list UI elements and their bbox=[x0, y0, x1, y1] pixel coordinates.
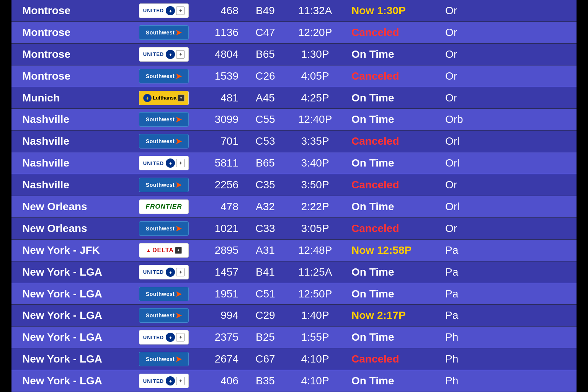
terminal-info: Or bbox=[443, 179, 573, 191]
airline-col: UNITED✦✦ bbox=[133, 47, 194, 62]
destination: Montrose bbox=[15, 26, 133, 39]
table-row: MontroseSouthwest➤1539C264:05PCanceledOr bbox=[11, 65, 577, 87]
table-row: MontroseUNITED✦✦4804B651:30POn TimeOr bbox=[11, 44, 577, 65]
destination: Montrose bbox=[15, 48, 133, 60]
terminal-info: Ph bbox=[443, 331, 573, 343]
svg-text:✦: ✦ bbox=[169, 336, 172, 340]
destination: New York - JFK bbox=[15, 244, 133, 256]
airline-col: Southwest➤ bbox=[133, 112, 194, 127]
airline-col: ▲ DELTA✦ bbox=[133, 243, 194, 258]
airline-col: Southwest➤ bbox=[133, 178, 194, 192]
terminal-info: Or bbox=[443, 222, 573, 235]
airline-badge-southwest: Southwest➤ bbox=[139, 25, 189, 40]
right-border bbox=[577, 0, 588, 392]
departure-time: 1:30P bbox=[286, 48, 344, 60]
gate: C35 bbox=[244, 179, 286, 191]
terminal-info: Pa bbox=[443, 309, 573, 322]
airline-badge-southwest: Southwest➤ bbox=[139, 69, 189, 83]
departure-time: 4:05P bbox=[286, 70, 344, 82]
status: On Time bbox=[344, 288, 443, 300]
gate: A31 bbox=[244, 244, 286, 256]
gate: C55 bbox=[244, 113, 286, 126]
destination: Nashville bbox=[15, 157, 133, 169]
departure-time: 12:40P bbox=[286, 113, 344, 126]
departure-time: 12:50P bbox=[286, 288, 344, 300]
airline-badge-lufthansa: ✈Lufthansa✦ bbox=[139, 91, 189, 105]
departure-time: 3:40P bbox=[286, 157, 344, 169]
gate: B65 bbox=[244, 157, 286, 169]
flight-number: 481 bbox=[194, 92, 244, 104]
airline-col: Southwest➤ bbox=[133, 221, 194, 236]
svg-text:✦: ✦ bbox=[169, 379, 172, 384]
departure-time: 1:55P bbox=[286, 331, 344, 343]
left-border bbox=[0, 0, 11, 392]
flight-number: 468 bbox=[194, 5, 244, 17]
airline-badge-southwest: Southwest➤ bbox=[139, 221, 189, 236]
terminal-info: Or bbox=[443, 5, 573, 17]
departure-time: 1:40P bbox=[286, 309, 344, 322]
terminal-info: Orl bbox=[443, 201, 573, 213]
airline-col: UNITED✦✦ bbox=[133, 265, 194, 279]
terminal-info: Ph bbox=[443, 375, 573, 387]
departure-time: 4:10P bbox=[286, 353, 344, 365]
airline-badge-united: UNITED✦✦ bbox=[139, 374, 189, 388]
airline-col: UNITED✦✦ bbox=[133, 156, 194, 170]
table-row: New York - JFK▲ DELTA✦2895A3112:48PNow 1… bbox=[11, 240, 577, 261]
terminal-info: Orl bbox=[443, 135, 573, 147]
destination: Munich bbox=[15, 92, 133, 104]
table-row: NashvilleUNITED✦✦5811B653:40POn TimeOrl bbox=[11, 152, 577, 174]
airline-col: Southwest➤ bbox=[133, 308, 194, 323]
flight-number: 1021 bbox=[194, 222, 244, 235]
destination: Nashville bbox=[15, 179, 133, 191]
airline-col: ✈Lufthansa✦ bbox=[133, 91, 194, 105]
status: Canceled bbox=[344, 179, 443, 191]
airline-badge-united: UNITED✦✦ bbox=[139, 3, 189, 18]
gate: A45 bbox=[244, 92, 286, 104]
destination: New York - LGA bbox=[15, 375, 133, 387]
status: On Time bbox=[344, 113, 443, 126]
table-row: New York - LGASouthwest➤2674C674:10PCanc… bbox=[11, 348, 577, 370]
airline-badge-frontier: FRONTIER bbox=[139, 199, 189, 214]
flight-number: 1136 bbox=[194, 26, 244, 39]
board-inner: MontroseUNITED✦✦468B4911:32ANow 1:30POrM… bbox=[11, 0, 577, 392]
terminal-info: Orb bbox=[443, 113, 573, 126]
destination: Montrose bbox=[15, 5, 133, 17]
gate: C26 bbox=[244, 70, 286, 82]
terminal-info: Pa bbox=[443, 244, 573, 256]
status: Now 12:58P bbox=[344, 244, 443, 256]
airline-badge-delta: ▲ DELTA✦ bbox=[139, 243, 189, 258]
table-row: New York - LGASouthwest➤1951C5112:50POn … bbox=[11, 283, 577, 305]
status: Canceled bbox=[344, 26, 443, 39]
status: On Time bbox=[344, 201, 443, 213]
status: Canceled bbox=[344, 70, 443, 82]
airline-col: FRONTIER bbox=[133, 199, 194, 214]
table-row: New OrleansFRONTIER478A322:22POn TimeOrl bbox=[11, 196, 577, 218]
departure-time: 3:05P bbox=[286, 222, 344, 235]
airline-badge-united: UNITED✦✦ bbox=[139, 265, 189, 279]
gate: B49 bbox=[244, 5, 286, 17]
airline-badge-southwest: Southwest➤ bbox=[139, 134, 189, 149]
airline-badge-southwest: Southwest➤ bbox=[139, 112, 189, 127]
flight-number: 2674 bbox=[194, 353, 244, 365]
status: Canceled bbox=[344, 353, 443, 365]
status: On Time bbox=[344, 92, 443, 104]
departure-time: 11:32A bbox=[286, 5, 344, 17]
svg-text:✦: ✦ bbox=[169, 162, 172, 166]
gate: B25 bbox=[244, 331, 286, 343]
departure-time: 11:25A bbox=[286, 266, 344, 278]
table-row: MontroseSouthwest➤1136C4712:20PCanceledO… bbox=[11, 22, 577, 44]
flight-number: 2256 bbox=[194, 179, 244, 191]
table-row: New York - LGAUNITED✦✦1457B4111:25AOn Ti… bbox=[11, 261, 577, 283]
flight-number: 406 bbox=[194, 375, 244, 387]
table-row: NashvilleSouthwest➤701C533:35PCanceledOr… bbox=[11, 131, 577, 152]
table-row: New OrleansSouthwest➤1021C333:05PCancele… bbox=[11, 218, 577, 240]
departure-time: 2:22P bbox=[286, 201, 344, 213]
airline-badge-southwest: Southwest➤ bbox=[139, 308, 189, 323]
destination: New York - LGA bbox=[15, 288, 133, 300]
airline-col: UNITED✦✦ bbox=[133, 374, 194, 388]
table-row: NashvilleSouthwest➤2256C353:50PCanceledO… bbox=[11, 174, 577, 196]
destination: New York - LGA bbox=[15, 266, 133, 278]
svg-text:✦: ✦ bbox=[169, 271, 172, 275]
departure-time: 12:20P bbox=[286, 26, 344, 39]
status: Now 1:30P bbox=[344, 5, 443, 17]
